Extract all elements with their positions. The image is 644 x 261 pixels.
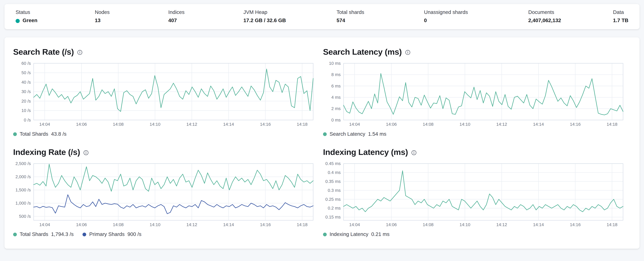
svg-text:0.2 ms: 0.2 ms	[328, 206, 340, 210]
metric-jvm-heap-label: JVM Heap	[244, 10, 337, 16]
svg-text:14:06: 14:06	[386, 122, 397, 127]
svg-text:14:04: 14:04	[39, 222, 50, 227]
svg-text:14:10: 14:10	[460, 122, 470, 127]
svg-text:14:12: 14:12	[186, 122, 197, 127]
legend-label: Search Latency	[330, 131, 365, 137]
svg-text:1,500 /s: 1,500 /s	[16, 187, 31, 192]
legend-label: Total Shards	[20, 131, 48, 137]
metric-indices-label: Indices	[168, 10, 244, 16]
svg-text:6 ms: 6 ms	[331, 84, 341, 88]
indexing-latency-title-text: Indexing Latency (ms)	[323, 148, 408, 157]
svg-text:14:18: 14:18	[607, 222, 618, 227]
search-rate-title-text: Search Rate (/s)	[13, 47, 74, 56]
search-rate-legend: Total Shards 43.8 /s	[13, 131, 316, 137]
search-rate-chart[interactable]: 0 /s10 /s20 /s30 /s40 /s50 /s60 /s14:041…	[13, 60, 316, 129]
svg-text:14:04: 14:04	[39, 122, 50, 127]
svg-text:14:06: 14:06	[76, 122, 87, 127]
panel-indexing-rate: Indexing Rate (/s) 500 /s1,000 /s1,500 /…	[13, 148, 316, 237]
svg-text:0.25 ms: 0.25 ms	[325, 197, 341, 202]
svg-text:14:10: 14:10	[150, 222, 160, 227]
svg-text:14:10: 14:10	[460, 222, 470, 227]
info-icon[interactable]	[411, 150, 416, 155]
charts-panel: Search Rate (/s) 0 /s10 /s20 /s30 /s40 /…	[4, 37, 640, 249]
svg-text:14:04: 14:04	[349, 122, 360, 127]
svg-text:8 ms: 8 ms	[331, 72, 341, 77]
metric-total-shards-value: 574	[337, 18, 424, 24]
legend-label: Indexing Latency	[330, 231, 368, 237]
health-dot-icon	[16, 19, 20, 23]
svg-text:14:12: 14:12	[496, 122, 507, 127]
metric-documents: Documents 2,407,062,132	[528, 10, 610, 24]
svg-text:0 ms: 0 ms	[331, 118, 341, 122]
svg-text:14:16: 14:16	[260, 122, 271, 127]
svg-text:14:04: 14:04	[349, 222, 360, 227]
svg-text:14:18: 14:18	[607, 122, 618, 127]
metric-unassigned-shards-label: Unassigned shards	[424, 10, 528, 16]
svg-text:40 /s: 40 /s	[21, 80, 31, 85]
panel-search-rate: Search Rate (/s) 0 /s10 /s20 /s30 /s40 /…	[13, 47, 316, 137]
indexing-latency-chart[interactable]: 0.15 ms0.2 ms0.25 ms0.3 ms0.35 ms0.4 ms0…	[323, 160, 626, 229]
svg-text:14:14: 14:14	[223, 122, 234, 127]
panel-search-latency: Search Latency (ms) 0 ms2 ms4 ms6 ms8 ms…	[323, 47, 626, 137]
svg-text:14:08: 14:08	[423, 222, 434, 227]
info-icon[interactable]	[84, 150, 89, 155]
metric-jvm-heap: JVM Heap 17.2 GB / 32.6 GB	[244, 10, 337, 24]
svg-text:14:16: 14:16	[570, 122, 580, 127]
svg-text:14:16: 14:16	[260, 222, 271, 227]
legend-dot-icon	[323, 132, 327, 136]
metric-indices: Indices 407	[168, 10, 244, 24]
legend-value: 1,794.3 /s	[51, 231, 74, 237]
legend-value: 1.54 ms	[368, 131, 386, 137]
page: Status Green Nodes 13 Indices 407 JVM He…	[0, 0, 644, 253]
svg-text:500 /s: 500 /s	[19, 214, 31, 219]
legend-item: Search Latency 1.54 ms	[323, 131, 386, 137]
svg-text:2 ms: 2 ms	[331, 106, 341, 111]
legend-dot-icon	[83, 232, 86, 236]
indexing-latency-legend: Indexing Latency 0.21 ms	[323, 231, 626, 237]
metric-data-label: Data	[613, 10, 628, 16]
svg-text:14:08: 14:08	[113, 122, 124, 127]
svg-text:4 ms: 4 ms	[331, 95, 341, 100]
metric-nodes: Nodes 13	[95, 10, 168, 24]
metric-total-shards: Total shards 574	[337, 10, 424, 24]
metric-unassigned-shards-value: 0	[424, 18, 528, 24]
legend-dot-icon	[13, 232, 17, 236]
svg-text:14:08: 14:08	[113, 222, 124, 227]
metric-documents-value: 2,407,062,132	[528, 18, 610, 24]
svg-text:14:14: 14:14	[533, 122, 544, 127]
charts-grid: Search Rate (/s) 0 /s10 /s20 /s30 /s40 /…	[13, 47, 631, 237]
indexing-rate-title: Indexing Rate (/s)	[13, 148, 316, 157]
metric-unassigned-shards: Unassigned shards 0	[424, 10, 528, 24]
info-icon[interactable]	[77, 50, 82, 55]
svg-text:0 /s: 0 /s	[24, 118, 31, 122]
svg-text:2,500 /s: 2,500 /s	[16, 161, 31, 166]
metric-data: Data 1.7 TB	[613, 10, 628, 24]
legend-item: Indexing Latency 0.21 ms	[323, 231, 390, 237]
svg-text:30 /s: 30 /s	[21, 89, 31, 94]
monitoring-dashboard: Status Green Nodes 13 Indices 407 JVM He…	[0, 0, 644, 261]
metric-status: Status Green	[16, 10, 95, 24]
indexing-rate-chart[interactable]: 500 /s1,000 /s1,500 /s2,000 /s2,500 /s14…	[13, 160, 316, 229]
metric-indices-value: 407	[168, 18, 244, 24]
legend-dot-icon	[323, 232, 327, 236]
svg-text:14:08: 14:08	[423, 122, 434, 127]
svg-text:14:16: 14:16	[570, 222, 580, 227]
metric-total-shards-label: Total shards	[337, 10, 424, 16]
metric-status-label: Status	[16, 10, 95, 16]
info-icon[interactable]	[405, 50, 410, 55]
metric-documents-label: Documents	[528, 10, 610, 16]
svg-text:10 ms: 10 ms	[329, 61, 340, 66]
legend-item: Primary Shards 900 /s	[83, 231, 142, 237]
search-rate-title: Search Rate (/s)	[13, 47, 316, 56]
svg-text:14:12: 14:12	[496, 222, 507, 227]
metric-jvm-heap-value: 17.2 GB / 32.6 GB	[244, 18, 337, 24]
metric-nodes-label: Nodes	[95, 10, 168, 16]
svg-text:0.3 ms: 0.3 ms	[328, 188, 340, 193]
svg-text:14:10: 14:10	[150, 122, 160, 127]
svg-text:50 /s: 50 /s	[21, 70, 31, 75]
legend-value: 0.21 ms	[371, 231, 390, 237]
indexing-rate-legend: Total Shards 1,794.3 /s Primary Shards 9…	[13, 231, 316, 237]
search-latency-chart[interactable]: 0 ms2 ms4 ms6 ms8 ms10 ms14:0414:0614:08…	[323, 60, 626, 129]
legend-label: Total Shards	[20, 231, 48, 237]
svg-text:0.35 ms: 0.35 ms	[325, 179, 341, 184]
